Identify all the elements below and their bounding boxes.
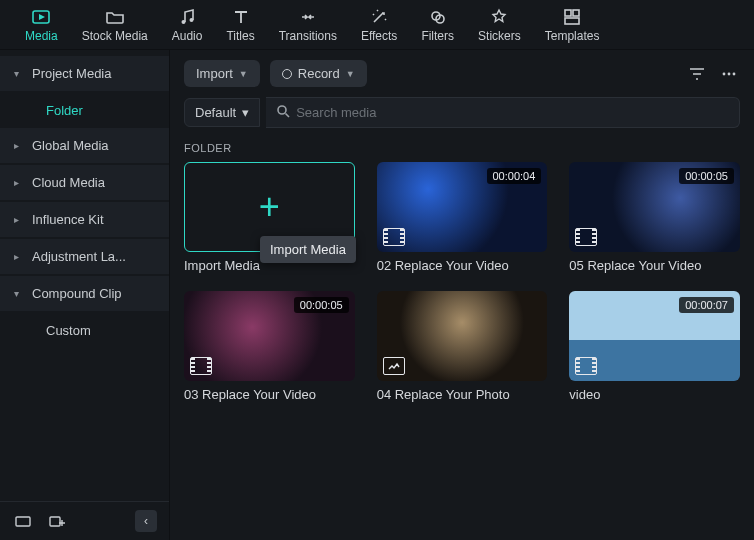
svg-rect-9 [16,517,30,526]
card-video: 00:00:05 03 Replace Your Video [184,291,355,402]
video-type-icon [190,357,212,375]
chevron-right-icon: ▸ [14,140,24,151]
media-thumbnail[interactable]: 00:00:05 [184,291,355,381]
tooltip: Import Media [260,236,356,263]
sidebar-item-project-media[interactable]: ▾ Project Media [0,56,169,91]
record-icon [282,69,292,79]
section-label: FOLDER [170,138,754,162]
media-icon [31,7,51,27]
button-label: Record [298,66,340,81]
svg-point-14 [278,106,286,114]
collapse-sidebar-button[interactable]: ‹ [135,510,157,532]
top-tabs: Media Stock Media Audio Titles Transitio… [0,0,754,50]
music-note-icon [177,7,197,27]
more-icon[interactable] [718,63,740,85]
content-toolbar: Import ▼ Record ▼ [170,50,754,97]
search-icon [276,104,290,121]
stickers-icon [489,7,509,27]
svg-marker-1 [39,14,45,20]
video-type-icon [383,228,405,246]
card-title: 02 Replace Your Video [377,258,548,273]
import-button[interactable]: Import ▼ [184,60,260,87]
tab-titles[interactable]: Titles [216,3,264,47]
magic-wand-icon [369,7,389,27]
record-button[interactable]: Record ▼ [270,60,367,87]
folder-icon [105,7,125,27]
media-thumbnail[interactable]: 00:00:05 [569,162,740,252]
media-thumbnail[interactable]: 00:00:07 [569,291,740,381]
svg-rect-10 [50,517,60,526]
chevron-down-icon: ▼ [239,69,248,79]
sidebar-item-label: Global Media [32,138,109,153]
tab-filters[interactable]: Filters [411,3,464,47]
card-import: + Import Media Import Media [184,162,355,273]
sidebar-sub-folder[interactable]: Folder [0,93,169,128]
sort-dropdown[interactable]: Default ▾ [184,98,260,127]
card-video: 00:00:07 video [569,291,740,402]
transitions-icon [298,7,318,27]
tab-audio[interactable]: Audio [162,3,213,47]
chevron-down-icon: ▾ [14,68,24,79]
tab-stickers[interactable]: Stickers [468,3,531,47]
duration-badge: 00:00:07 [679,297,734,313]
text-icon [231,7,251,27]
filter-icon[interactable] [686,63,708,85]
tab-label: Effects [361,29,397,43]
tab-label: Titles [226,29,254,43]
sidebar-item-cloud-media[interactable]: ▸ Cloud Media [0,165,169,200]
image-type-icon [383,357,405,375]
sidebar-item-compound-clip[interactable]: ▾ Compound Clip [0,276,169,311]
plus-icon: + [259,186,280,228]
chevron-down-icon: ▾ [14,288,24,299]
tab-effects[interactable]: Effects [351,3,407,47]
card-title: 04 Replace Your Photo [377,387,548,402]
sidebar-item-label: Custom [46,323,91,338]
sidebar-sub-custom[interactable]: Custom [0,313,169,348]
sidebar-item-label: Project Media [32,66,111,81]
button-label: Import [196,66,233,81]
new-folder-icon[interactable] [12,510,34,532]
card-title: video [569,387,740,402]
svg-rect-8 [565,18,579,24]
svg-point-11 [723,72,726,75]
tab-media[interactable]: Media [15,3,68,47]
video-type-icon [575,228,597,246]
templates-icon [562,7,582,27]
duration-badge: 00:00:05 [294,297,349,313]
sidebar-item-adjustment-layer[interactable]: ▸ Adjustment La... [0,239,169,274]
chevron-down-icon: ▾ [242,105,249,120]
media-thumbnail[interactable] [377,291,548,381]
sidebar-item-label: Compound Clip [32,286,122,301]
svg-rect-6 [565,10,571,16]
media-grid: + Import Media Import Media 00:00:04 02 … [170,162,754,402]
search-input[interactable] [290,102,729,123]
video-type-icon [575,357,597,375]
sidebar-item-global-media[interactable]: ▸ Global Media [0,128,169,163]
card-video: 00:00:04 02 Replace Your Video [377,162,548,273]
chevron-right-icon: ▸ [14,251,24,262]
sidebar-item-label: Adjustment La... [32,249,126,264]
duration-badge: 00:00:05 [679,168,734,184]
tab-stock-media[interactable]: Stock Media [72,3,158,47]
sidebar-item-influence-kit[interactable]: ▸ Influence Kit [0,202,169,237]
svg-point-3 [190,18,194,22]
duration-badge: 00:00:04 [487,168,542,184]
tab-label: Audio [172,29,203,43]
media-thumbnail[interactable]: 00:00:04 [377,162,548,252]
chevron-right-icon: ▸ [14,177,24,188]
tab-label: Stock Media [82,29,148,43]
sidebar-item-label: Influence Kit [32,212,104,227]
tab-label: Stickers [478,29,521,43]
tab-label: Templates [545,29,600,43]
chevron-right-icon: ▸ [14,214,24,225]
tab-transitions[interactable]: Transitions [269,3,347,47]
card-photo: 04 Replace Your Photo [377,291,548,402]
new-item-icon[interactable] [46,510,68,532]
tab-templates[interactable]: Templates [535,3,610,47]
tab-label: Media [25,29,58,43]
card-title: 05 Replace Your Video [569,258,740,273]
sidebar-item-label: Cloud Media [32,175,105,190]
chevron-down-icon: ▼ [346,69,355,79]
tab-label: Transitions [279,29,337,43]
svg-rect-7 [573,10,579,16]
